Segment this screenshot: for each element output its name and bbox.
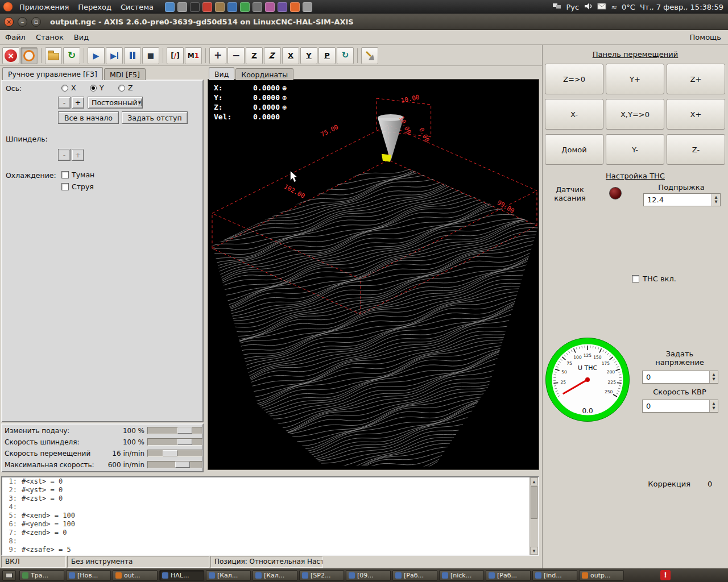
taskbar-item-6[interactable]: [SP2... bbox=[299, 570, 344, 581]
zoom-in-button[interactable]: + bbox=[209, 47, 226, 64]
gcode-line[interactable]: 1:#<xst> = 0 bbox=[2, 477, 538, 486]
spinner-arrows-icon[interactable]: ▲▼ bbox=[709, 400, 718, 412]
weather-icon[interactable]: ≈ bbox=[611, 3, 617, 11]
axis-radio-y[interactable]: Y bbox=[90, 84, 104, 92]
backplot-preview[interactable]: 75.00102.0099.000.0010.0010.00 bbox=[208, 79, 539, 470]
taskbar-item-11[interactable]: [ind... bbox=[532, 570, 577, 581]
gcode-line[interactable]: 6:#<yend> = 100 bbox=[2, 520, 538, 529]
ubuntu-menu-icon[interactable] bbox=[3, 2, 13, 11]
reload-button[interactable]: ↻ bbox=[63, 47, 80, 64]
gcode-scrollbar[interactable]: ▲ ▼ bbox=[530, 477, 538, 555]
kvr-speed-input[interactable]: 0 ▲▼ bbox=[642, 400, 718, 413]
tab-preview[interactable]: Вид bbox=[209, 67, 234, 80]
view-perspective-button[interactable]: P bbox=[318, 47, 336, 64]
bounce-input[interactable]: 12.4 ▲▼ bbox=[643, 193, 721, 206]
desktop-menu-1[interactable]: Переход bbox=[73, 1, 116, 13]
jog-button-0[interactable]: Z=>0 bbox=[545, 64, 603, 94]
slider-1[interactable] bbox=[147, 438, 202, 446]
tab-manual-control[interactable]: Ручное управление [F3] bbox=[2, 67, 103, 80]
firefox-icon[interactable] bbox=[290, 2, 300, 12]
spinner-arrows-icon[interactable]: ▲▼ bbox=[712, 194, 720, 206]
touch-off-button[interactable]: Задать отступ bbox=[122, 111, 188, 124]
gcode-line[interactable]: 3:#<zst> = 0 bbox=[2, 494, 538, 503]
home-all-button[interactable]: Все в начало bbox=[58, 111, 119, 124]
rotate-view-button[interactable]: ↻ bbox=[337, 47, 354, 64]
keyboard-layout-indicator[interactable]: Рус bbox=[566, 3, 579, 11]
jog-button-2[interactable]: Z+ bbox=[667, 64, 725, 94]
media-player-icon[interactable] bbox=[278, 2, 287, 12]
axis-radio-x[interactable]: X bbox=[61, 84, 76, 92]
slider-handle[interactable] bbox=[177, 427, 192, 434]
taskbar-item-9[interactable]: [nick... bbox=[439, 570, 484, 581]
volume-icon[interactable] bbox=[584, 2, 593, 12]
taskbar-item-5[interactable]: [Кал... bbox=[253, 570, 297, 581]
inkscape-icon[interactable] bbox=[253, 2, 262, 12]
jog-panel-title[interactable]: Панель перемещений bbox=[543, 50, 728, 59]
view-x-button[interactable]: X bbox=[282, 47, 299, 64]
taskbar-item-10[interactable]: [Раб... bbox=[486, 570, 531, 581]
tab-dro[interactable]: Координаты bbox=[235, 68, 293, 80]
gcode-line[interactable]: 2:#<yst> = 0 bbox=[2, 486, 538, 494]
menu-help[interactable]: Помощь bbox=[683, 31, 728, 44]
help-icon[interactable] bbox=[165, 2, 175, 12]
taskbar-item-8[interactable]: [Раб... bbox=[392, 570, 437, 581]
jog-button-5[interactable]: X+ bbox=[667, 99, 725, 130]
terminal-icon[interactable] bbox=[190, 2, 200, 12]
optional-stop-button[interactable]: M1 bbox=[185, 47, 202, 64]
taskbar-item-1[interactable]: [Нов... bbox=[66, 570, 111, 581]
view-z-button[interactable]: Z bbox=[246, 47, 263, 64]
graphics-icon[interactable] bbox=[240, 2, 250, 12]
scroll-down-arrow[interactable]: ▼ bbox=[530, 547, 538, 555]
tab-mdi[interactable]: MDI [F5] bbox=[104, 68, 146, 80]
set-voltage-input[interactable]: 0 ▲▼ bbox=[642, 371, 718, 384]
machine-power-button[interactable] bbox=[20, 47, 38, 64]
menu-item-1[interactable]: Станок bbox=[31, 31, 69, 44]
oocalc-icon[interactable] bbox=[228, 2, 237, 12]
gcode-line[interactable]: 8: bbox=[2, 537, 538, 546]
tools-icon[interactable] bbox=[215, 2, 225, 12]
taskbar-item-2[interactable]: out... bbox=[113, 570, 158, 581]
thc-enable-checkbox[interactable] bbox=[632, 275, 639, 282]
estop-button[interactable]: × bbox=[2, 47, 19, 64]
taskbar-item-0[interactable]: Тра... bbox=[19, 570, 64, 581]
taskbar-item-12[interactable]: outp... bbox=[579, 570, 624, 581]
cad-icon[interactable] bbox=[265, 2, 275, 12]
coolant-checkbox-1[interactable]: Струя bbox=[61, 182, 94, 191]
oowriter-icon[interactable] bbox=[202, 2, 212, 12]
gcode-line[interactable]: 7:#<zend> = 0 bbox=[2, 529, 538, 537]
jog-increment-dropdown[interactable]: Постоянный ▼ bbox=[88, 97, 143, 109]
alert-icon[interactable]: ! bbox=[660, 570, 671, 580]
gcode-listing[interactable]: 1:#<xst> = 02:#<yst> = 03:#<zst> = 04:5:… bbox=[1, 476, 539, 556]
slider-handle[interactable] bbox=[163, 450, 177, 456]
window-minimize-button[interactable]: – bbox=[18, 17, 27, 27]
gcode-line[interactable]: 5:#<xend> = 100 bbox=[2, 512, 538, 520]
gcode-line[interactable]: 9:#<zsafe> = 5 bbox=[2, 546, 538, 554]
slider-handle[interactable] bbox=[175, 462, 190, 468]
clear-plot-button[interactable] bbox=[361, 47, 378, 64]
open-file-button[interactable] bbox=[45, 47, 62, 64]
jog-button-3[interactable]: X- bbox=[545, 99, 603, 130]
window-close-button[interactable]: × bbox=[4, 17, 14, 27]
jog-minus-button[interactable]: - bbox=[58, 97, 71, 109]
slider-handle[interactable] bbox=[177, 439, 192, 445]
thc-settings-title[interactable]: Настройка THC bbox=[543, 172, 728, 180]
desktop-menu-2[interactable]: Система bbox=[116, 1, 158, 13]
desktop-menu-0[interactable]: Приложения bbox=[15, 1, 73, 13]
jog-plus-button[interactable]: + bbox=[72, 97, 84, 109]
coolant-checkbox-0[interactable]: Туман bbox=[61, 171, 94, 179]
jog-button-7[interactable]: Y- bbox=[606, 134, 664, 165]
slider-3[interactable] bbox=[147, 461, 202, 468]
spindle-plus-button[interactable]: + bbox=[72, 149, 84, 161]
slider-0[interactable] bbox=[147, 427, 202, 434]
taskbar-item-3[interactable]: HAL... bbox=[159, 570, 204, 581]
taskbar-item-7[interactable]: [09... bbox=[346, 570, 391, 581]
taskbar-item-4[interactable]: [Кал... bbox=[206, 570, 251, 581]
spinner-arrows-icon[interactable]: ▲▼ bbox=[709, 371, 718, 383]
spindle-minus-button[interactable]: - bbox=[58, 149, 71, 161]
window-maximize-button[interactable]: ▫ bbox=[31, 17, 41, 27]
run-step-button[interactable]: ▶ bbox=[106, 47, 123, 64]
jog-button-4[interactable]: X,Y=>0 bbox=[606, 99, 664, 130]
clock[interactable]: Чт., 7 февр., 15:38:59 bbox=[640, 3, 723, 11]
pause-button[interactable] bbox=[124, 47, 141, 64]
mail-icon[interactable] bbox=[597, 3, 606, 11]
